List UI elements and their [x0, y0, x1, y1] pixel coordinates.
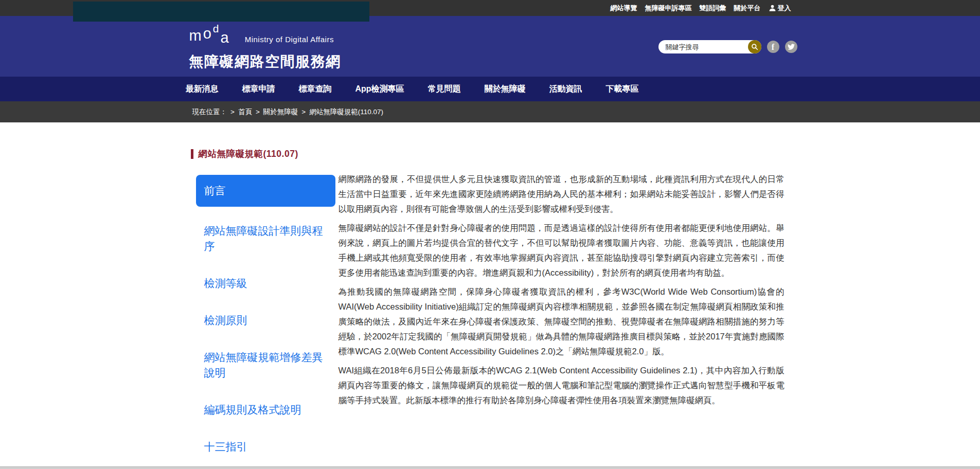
- search-box: [658, 40, 761, 53]
- twitter-bird-icon: [788, 43, 795, 50]
- search-button[interactable]: [748, 40, 761, 53]
- nav-item[interactable]: 常見問題: [428, 84, 461, 95]
- title-accent-bar: [191, 149, 193, 159]
- sidebar-item[interactable]: 前言: [196, 175, 335, 207]
- nav-item[interactable]: App檢測專區: [355, 84, 404, 95]
- search-input[interactable]: [666, 43, 743, 51]
- topbar-link[interactable]: 雙語詞彙: [700, 4, 726, 13]
- page-title-row: 網站無障礙規範(110.07): [191, 122, 791, 160]
- nav-item[interactable]: 關於無障礙: [485, 84, 526, 95]
- moda-logo-letters: moda: [189, 30, 230, 45]
- article-body: 網際網路的發展，不但提供世人多元且快速獲取資訊的管道，也形成新的互動場域，此種資…: [338, 172, 785, 412]
- section-sidebar: 前言 網站無障礙設計準則與程序 檢測等級 檢測原則 網站無障礙規範增修差異說明 …: [196, 175, 335, 469]
- sidebar-item[interactable]: 網站無障礙規範增修差異說明: [196, 350, 335, 381]
- logo-letter: m: [189, 28, 203, 43]
- sidebar-item[interactable]: 檢測等級: [196, 276, 335, 291]
- page-title: 網站無障礙規範(110.07): [199, 148, 298, 160]
- footer-top-edge: [0, 466, 980, 469]
- breadcrumb-separator: >: [301, 108, 306, 116]
- login-label: 登入: [778, 4, 791, 13]
- site-header: moda Ministry of Digital Affairs 無障礙網路空間…: [0, 16, 980, 77]
- facebook-icon: f: [772, 43, 774, 51]
- site-title: 無障礙網路空間服務網: [189, 52, 341, 71]
- main-content: 網站無障礙規範(110.07) 前言 網站無障礙設計準則與程序 檢測等級 檢測原…: [0, 122, 980, 469]
- logo-letter: d: [213, 23, 221, 34]
- breadcrumb-link[interactable]: 網站無障礙規範(110.07): [309, 107, 383, 117]
- topbar-link[interactable]: 無障礙申訴專區: [645, 4, 692, 13]
- topbar-link[interactable]: 網站導覽: [611, 4, 637, 13]
- breadcrumb: 現在位置： >首頁 >關於無障礙 >網站無障礙規範(110.07): [0, 101, 980, 122]
- article-paragraph: WAI組織在2018年6月5日公佈最新版本的WCAG 2.1(Web Conte…: [338, 363, 785, 408]
- breadcrumb-separator: >: [230, 108, 235, 116]
- login-button[interactable]: 登入: [769, 4, 791, 13]
- nav-item[interactable]: 標章查詢: [299, 84, 332, 95]
- nav-item[interactable]: 最新消息: [186, 84, 219, 95]
- logo-letter: a: [221, 30, 230, 45]
- main-nav: 最新消息標章申請標章查詢App檢測專區常見問題關於無障礙活動資訊下載專區: [0, 77, 980, 101]
- logo-subtitle: Ministry of Digital Affairs: [245, 35, 334, 45]
- topbar-link[interactable]: 關於平台: [734, 4, 761, 13]
- nav-item[interactable]: 標章申請: [242, 84, 275, 95]
- sidebar-item[interactable]: 編碼規則及格式說明: [196, 402, 335, 418]
- logo-letter: o: [203, 26, 213, 41]
- facebook-button[interactable]: f: [767, 41, 779, 53]
- moda-logo[interactable]: moda Ministry of Digital Affairs: [189, 30, 334, 45]
- article-paragraph: 網際網路的發展，不但提供世人多元且快速獲取資訊的管道，也形成新的互動場域，此種資…: [338, 172, 785, 217]
- breadcrumb-prefix: 現在位置：: [192, 107, 227, 117]
- main-nav-list: 最新消息標章申請標章查詢App檢測專區常見問題關於無障礙活動資訊下載專區: [186, 77, 791, 101]
- breadcrumb-link[interactable]: 關於無障礙: [263, 107, 298, 117]
- teal-overlay-rectangle: [73, 2, 369, 22]
- twitter-button[interactable]: [785, 41, 797, 53]
- article-paragraph: 為推動我國的無障礙網路空間，保障身心障礙者獲取資訊的權利，參考W3C(World…: [338, 284, 785, 359]
- sidebar-item[interactable]: 檢測原則: [196, 313, 335, 328]
- sidebar-item[interactable]: 十三指引: [196, 439, 335, 455]
- magnifier-icon: [751, 43, 758, 50]
- topbar-links: 網站導覽 無障礙申訴專區 雙語詞彙 關於平台: [603, 4, 761, 13]
- breadcrumb-items: >首頁 >關於無障礙 >網站無障礙規範(110.07): [227, 107, 383, 117]
- article-paragraph: 無障礙網站的設計不僅是針對身心障礙者的使用問題，而是透過這樣的設計使得所有使用者…: [338, 221, 785, 280]
- person-icon: [769, 4, 776, 12]
- nav-item[interactable]: 下載專區: [606, 84, 639, 95]
- sidebar-item[interactable]: 網站無障礙設計準則與程序: [196, 223, 335, 254]
- nav-item[interactable]: 活動資訊: [549, 84, 582, 95]
- breadcrumb-link[interactable]: 首頁: [238, 107, 252, 117]
- breadcrumb-separator: >: [256, 108, 260, 116]
